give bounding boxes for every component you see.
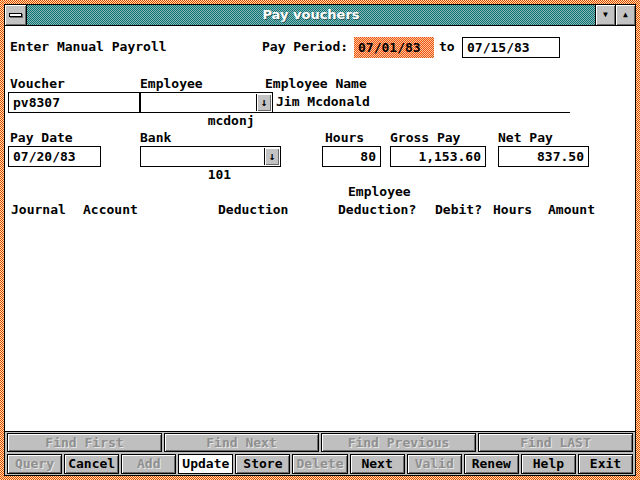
delete-button[interactable]: Delete xyxy=(292,454,347,474)
column-header-deduction: Deduction xyxy=(218,202,288,217)
system-menu-button[interactable] xyxy=(5,5,27,25)
voucher-label: Voucher xyxy=(10,76,65,91)
add-button[interactable]: Add xyxy=(121,454,176,474)
title-bar[interactable]: Pay vouchers ▼ ▲ xyxy=(5,5,635,26)
maximize-button[interactable]: ▲ xyxy=(615,5,635,25)
employee-combo[interactable]: mcdonj ↓ xyxy=(140,92,273,113)
employee-column-header: Employee xyxy=(348,184,411,199)
gross-pay-label: Gross Pay xyxy=(390,130,460,145)
renew-button[interactable]: Renew xyxy=(464,454,519,474)
column-header-debit-: Debit? xyxy=(435,202,482,217)
exit-button[interactable]: Exit xyxy=(578,454,633,474)
store-button[interactable]: Store xyxy=(235,454,290,474)
column-header-hours: Hours xyxy=(493,202,532,217)
net-pay-label: Net Pay xyxy=(498,130,553,145)
net-pay-field[interactable]: 837.50 xyxy=(498,146,589,167)
employee-dropdown-arrow-icon[interactable]: ↓ xyxy=(256,94,271,111)
pay-date-label: Pay Date xyxy=(10,130,73,145)
pay-period-label: Pay Period: xyxy=(262,39,348,54)
hours-label: Hours xyxy=(325,130,364,145)
window-title: Pay vouchers xyxy=(27,5,595,25)
pay-period-start-field[interactable]: 07/01/83 xyxy=(354,37,434,58)
pay-date-field[interactable]: 07/20/83 xyxy=(8,146,101,167)
form-title: Enter Manual Payroll xyxy=(10,39,167,54)
minimize-icon: ▼ xyxy=(603,11,608,19)
find-button-row: Find FirstFind NextFind PreviousFind LAS… xyxy=(5,431,635,453)
voucher-field[interactable]: pv8307 xyxy=(8,92,140,113)
gross-pay-field[interactable]: 1,153.60 xyxy=(390,146,486,167)
bank-combo-value: 101 xyxy=(208,167,231,182)
maximize-icon: ▲ xyxy=(623,11,628,19)
hours-field[interactable]: 80 xyxy=(322,146,381,167)
employee-name-label: Employee Name xyxy=(265,76,367,91)
help-button[interactable]: Help xyxy=(521,454,576,474)
update-button[interactable]: Update xyxy=(178,454,233,474)
employee-combo-value: mcdonj xyxy=(208,113,255,128)
column-header-journal: Journal xyxy=(11,202,66,217)
column-header-deduction-: Deduction? xyxy=(338,202,416,217)
find-previous-button[interactable]: Find Previous xyxy=(321,433,476,452)
valid-button[interactable]: Valid xyxy=(407,454,462,474)
bank-label: Bank xyxy=(140,130,171,145)
window-border: Pay vouchers ▼ ▲ Enter Manual Payroll Pa… xyxy=(0,0,640,480)
column-header-amount: Amount xyxy=(548,202,595,217)
system-menu-icon xyxy=(9,13,22,17)
bank-dropdown-arrow-icon[interactable]: ↓ xyxy=(264,148,279,165)
minimize-button[interactable]: ▼ xyxy=(595,5,615,25)
find-last-button[interactable]: Find LAST xyxy=(478,433,633,452)
bank-combo[interactable]: 101 ↓ xyxy=(140,146,281,167)
action-button-row: QueryCancelAddUpdateStoreDeleteNextValid… xyxy=(5,453,635,475)
column-header-account: Account xyxy=(83,202,138,217)
find-next-button[interactable]: Find Next xyxy=(164,433,319,452)
query-button[interactable]: Query xyxy=(7,454,62,474)
employee-name-field[interactable]: Jim Mcdonald xyxy=(270,92,570,113)
pay-vouchers-window: Pay vouchers ▼ ▲ Enter Manual Payroll Pa… xyxy=(4,4,636,476)
find-first-button[interactable]: Find First xyxy=(7,433,162,452)
pay-period-to-label: to xyxy=(439,39,455,54)
next-button[interactable]: Next xyxy=(350,454,405,474)
cancel-button[interactable]: Cancel xyxy=(64,454,119,474)
employee-label: Employee xyxy=(140,76,203,91)
pay-period-end-field[interactable]: 07/15/83 xyxy=(462,37,560,58)
form-client-area: Enter Manual Payroll Pay Period: 07/01/8… xyxy=(5,26,635,475)
